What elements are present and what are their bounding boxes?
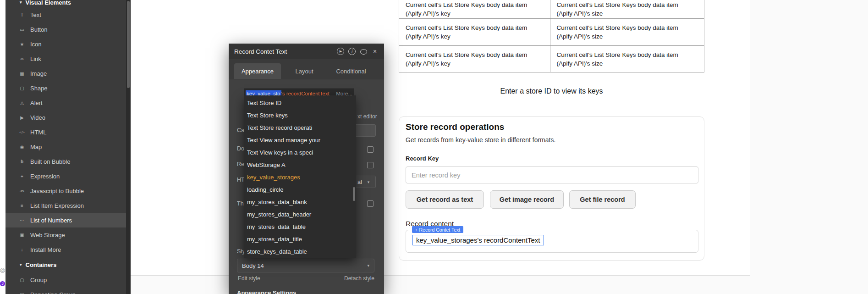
property-editor-panel: Record Contet Text ▶ i × Appearance Layo… (229, 44, 384, 294)
autocomplete-option[interactable]: store_keys_data_table (244, 245, 356, 258)
left-rail: @ J (0, 0, 5, 294)
selected-element-tag: ↕ Record Contet Text (412, 226, 463, 233)
card-subtitle[interactable]: Get records from key-value store in diff… (406, 136, 555, 144)
sidebar-scrollbar[interactable] (126, 0, 131, 294)
sidebar-item-list-item-expression[interactable]: ≡ List Item Expression (5, 198, 126, 213)
video-icon: ▶ (18, 115, 26, 120)
autocomplete-option[interactable]: my_stores_data_header (244, 208, 356, 221)
rich-text-editor-link[interactable]: xt editor (357, 113, 377, 120)
plus-icon: + (18, 174, 26, 179)
sidebar-item-shape[interactable]: ▢ Shape (5, 81, 126, 95)
sidebar-item-list-of-numbers[interactable]: ⋯ List of Numbers (5, 213, 126, 227)
caret-down-icon: ▾ (20, 0, 22, 5)
canvas-page: Current cell's List Store Keys body data… (131, 0, 750, 276)
record-key-label[interactable]: Record Key (406, 155, 439, 162)
repeating-group-table: Current cell's List Store Keys body data… (399, 0, 704, 72)
tab-conditional[interactable]: Conditional (328, 63, 374, 79)
selected-text-element[interactable]: key_value_storages's recordContentText (412, 235, 544, 245)
account-icon[interactable]: @ (0, 268, 5, 273)
get-file-record-button[interactable]: Get file record (569, 190, 636, 209)
list-icon: ≡ (18, 203, 26, 208)
panel-tabs: Appearance Layout Conditional (229, 59, 384, 79)
autocomplete-option[interactable]: my_stores_data_table (244, 221, 356, 233)
dropdown-scrollbar-thumb[interactable] (353, 187, 355, 201)
edit-style-link[interactable]: Edit style (238, 275, 260, 282)
caret-down-icon: ▾ (368, 180, 370, 184)
play-icon[interactable]: ▶ (337, 48, 344, 55)
key-cell-text[interactable]: Current cell's List Store Keys body data… (399, 0, 550, 18)
checkbox[interactable] (367, 200, 374, 207)
selected-element-tag-label: Record Contet Text (419, 227, 461, 233)
sidebar-item-label: Video (30, 114, 45, 121)
autocomplete-option[interactable]: Text Store keys (244, 109, 356, 122)
group-icon: ▢ (18, 277, 26, 283)
info-icon[interactable]: i (348, 48, 356, 55)
autocomplete-option[interactable]: WebStorage A (244, 159, 356, 171)
sidebar-scrollbar-thumb[interactable] (127, 1, 130, 88)
element-move-icon: ↕ (415, 227, 418, 232)
sidebar-item-html[interactable]: </> HTML (5, 125, 126, 139)
tab-layout[interactable]: Layout (281, 63, 328, 79)
sidebar-item-label: Expression (30, 173, 60, 180)
autocomplete-option[interactable]: Text Store ID (244, 97, 356, 109)
close-icon[interactable]: × (371, 48, 379, 55)
sidebar-item-map[interactable]: ◉ Map (5, 139, 126, 154)
sidebar-item-alert[interactable]: △ Alert (5, 95, 126, 110)
shape-icon: ▢ (18, 86, 26, 91)
sidebar-item-label: List Item Expression (30, 202, 84, 209)
sidebar-item-install-more[interactable]: ↓ Install More (5, 242, 126, 257)
autocomplete-option[interactable]: my_stores_data_blank (244, 196, 356, 208)
sidebar-item-label: Image (30, 70, 47, 77)
record-key-input[interactable] (406, 166, 698, 183)
store-id-empty-message[interactable]: Enter a store ID to view its keys (399, 87, 704, 95)
get-image-record-button[interactable]: Get image record (490, 190, 564, 209)
sidebar-item-javascript-to-bubble[interactable]: JS Javascript to Bubble (5, 183, 126, 198)
autocomplete-option[interactable]: Text View and manage your (244, 134, 356, 146)
size-cell-line2: (Apify API)'s size (557, 9, 704, 18)
key-cell-line1: Current cell's List Store Keys body data… (406, 0, 550, 9)
section-header-visual-elements[interactable]: ▾ Visual Elements (5, 0, 126, 7)
section-label: Containers (26, 261, 57, 268)
play-glyph: ▶ (339, 50, 342, 53)
autocomplete-dropdown: Text Store ID Text Store keys Text Store… (244, 95, 356, 258)
sidebar-item-repeating-group[interactable]: ▤ Repeating Group (5, 287, 126, 294)
get-record-as-text-button[interactable]: Get record as text (406, 190, 484, 209)
key-cell-line2: (Apify API)'s key (406, 32, 550, 41)
autocomplete-option-key-value-storages[interactable]: key_value_storages (244, 171, 356, 183)
style-select[interactable]: Body 14 ▾ (237, 259, 374, 272)
sidebar-item-video[interactable]: ▶ Video (5, 110, 126, 125)
sidebar-item-link[interactable]: ∞ Link (5, 51, 126, 66)
autocomplete-option[interactable]: loading_circle (244, 183, 356, 196)
sidebar-item-text[interactable]: T Text (5, 7, 126, 22)
panel-title: Record Contet Text (234, 48, 333, 55)
sidebar-item-built-on-bubble[interactable]: b Built on Bubble (5, 154, 126, 169)
sidebar-item-label: Install More (30, 246, 61, 253)
key-cell-line1: Current cell's List Store Keys body data… (406, 50, 550, 59)
key-cell-text[interactable]: Current cell's List Store Keys body data… (399, 46, 550, 72)
sidebar-item-icon[interactable]: ★ Icon (5, 37, 126, 51)
clipped-field-label-do: Do (237, 145, 244, 152)
size-cell-text[interactable]: Current cell's List Store Keys body data… (550, 46, 704, 72)
tab-appearance[interactable]: Appearance (234, 63, 281, 79)
autocomplete-option[interactable]: my_stores_data_title (244, 233, 356, 245)
sidebar-item-image[interactable]: ▦ Image (5, 66, 126, 81)
autocomplete-option[interactable]: Text View keys in a speci (244, 146, 356, 159)
card-title[interactable]: Store record operations (406, 122, 504, 132)
size-cell-text[interactable]: Current cell's List Store Keys body data… (550, 19, 704, 45)
size-cell-line1: Current cell's List Store Keys body data… (557, 0, 704, 9)
sidebar-item-expression[interactable]: + Expression (5, 169, 126, 183)
checkbox[interactable] (367, 146, 374, 153)
js-icon: JS (18, 189, 26, 193)
section-header-containers[interactable]: ▾ Containers (5, 257, 126, 272)
detach-style-link[interactable]: Detach style (344, 275, 374, 282)
comment-icon[interactable] (360, 48, 367, 55)
checkbox[interactable] (367, 162, 374, 168)
key-cell-text[interactable]: Current cell's List Store Keys body data… (399, 19, 550, 45)
sidebar-item-button[interactable]: ▭ Button (5, 22, 126, 37)
autocomplete-option[interactable]: Text Store record operati (244, 122, 356, 134)
avatar[interactable]: J (0, 281, 5, 286)
sidebar-item-group[interactable]: ▢ Group (5, 272, 126, 287)
panel-titlebar[interactable]: Record Contet Text ▶ i × (229, 44, 384, 59)
sidebar-item-web-storage[interactable]: ▣ Web Storage (5, 227, 126, 242)
size-cell-text[interactable]: Current cell's List Store Keys body data… (550, 0, 704, 18)
